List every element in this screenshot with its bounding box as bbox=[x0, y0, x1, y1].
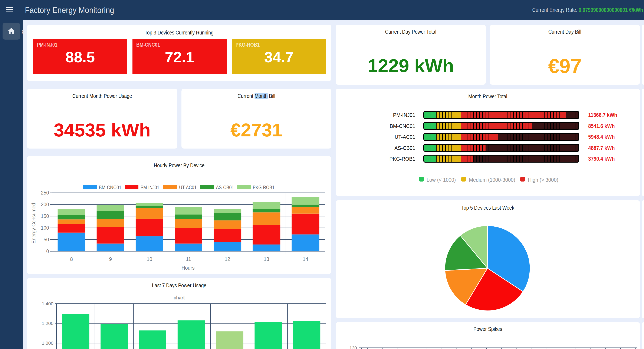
svg-text:1,200: 1,200 bbox=[42, 321, 54, 326]
svg-text:1,400: 1,400 bbox=[42, 301, 54, 307]
svg-text:100: 100 bbox=[41, 225, 49, 231]
svg-text:12: 12 bbox=[225, 256, 230, 262]
svg-text:50: 50 bbox=[44, 237, 49, 242]
svg-text:13: 13 bbox=[264, 256, 270, 262]
svg-text:0: 0 bbox=[46, 249, 49, 254]
svg-text:PKG-ROB1: PKG-ROB1 bbox=[253, 185, 274, 190]
svg-text:1,000: 1,000 bbox=[42, 341, 54, 346]
svg-text:AS-CB01: AS-CB01 bbox=[216, 185, 234, 190]
svg-text:130: 130 bbox=[350, 346, 357, 349]
svg-text:Energy Consumed: Energy Consumed bbox=[31, 203, 36, 244]
svg-text:9: 9 bbox=[109, 256, 112, 262]
svg-text:PM-INJ01: PM-INJ01 bbox=[140, 185, 159, 190]
svg-text:250: 250 bbox=[41, 190, 49, 196]
svg-text:8: 8 bbox=[70, 256, 73, 262]
svg-text:Hours: Hours bbox=[182, 265, 194, 271]
svg-text:11: 11 bbox=[186, 256, 191, 262]
svg-text:BM-CNC01: BM-CNC01 bbox=[99, 185, 122, 190]
svg-text:UT-AC01: UT-AC01 bbox=[179, 185, 196, 190]
svg-text:200: 200 bbox=[41, 202, 49, 207]
svg-text:14: 14 bbox=[303, 256, 308, 262]
svg-text:150: 150 bbox=[41, 213, 49, 219]
svg-text:10: 10 bbox=[147, 256, 152, 262]
